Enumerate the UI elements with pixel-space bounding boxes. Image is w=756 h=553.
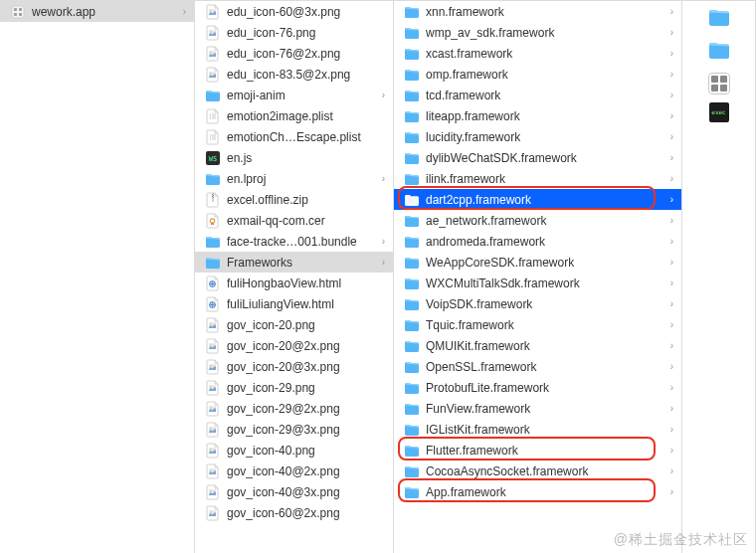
folder-icon <box>404 401 420 417</box>
file-row[interactable]: gov_icon-20@3x.png <box>195 356 393 377</box>
file-row[interactable]: Tquic.framework› <box>394 314 681 335</box>
file-name-label: fuliHongbaoView.html <box>227 276 385 290</box>
chevron-right-icon: › <box>670 173 673 184</box>
folder-icon <box>205 255 221 271</box>
file-row[interactable]: tcd.framework› <box>394 85 681 105</box>
file-name-label: Frameworks <box>227 256 376 270</box>
file-name-label: tcd.framework <box>426 89 664 102</box>
folder-icon <box>404 255 420 271</box>
column-1: wework.app› <box>0 1 195 553</box>
file-row[interactable]: gov_icon-60@2x.png <box>195 502 393 523</box>
file-row[interactable]: gov_icon-40.png <box>195 440 393 461</box>
file-name-label: gov_icon-29.png <box>227 381 385 395</box>
file-row[interactable]: VoipSDK.framework› <box>394 293 681 314</box>
preview-thumbnail[interactable]: exec <box>709 102 729 122</box>
file-row[interactable]: xnn.framework› <box>394 1 681 22</box>
file-row[interactable]: gov_icon-29.png <box>195 377 393 398</box>
file-name-label: edu_icon-76.png <box>227 26 385 40</box>
chevron-right-icon: › <box>382 173 385 184</box>
file-row[interactable]: en.lproj› <box>195 168 393 189</box>
folder-icon <box>404 192 420 208</box>
file-row[interactable]: WeAppCoreSDK.framework› <box>394 252 681 273</box>
folder-icon <box>404 150 420 166</box>
folder-icon <box>404 108 420 124</box>
png-icon <box>205 359 221 375</box>
file-row[interactable]: edu_icon-76.png <box>195 22 393 43</box>
file-row[interactable]: gov_icon-40@3x.png <box>195 481 393 502</box>
file-name-label: xnn.framework <box>426 5 664 19</box>
file-row[interactable]: Frameworks› <box>195 252 393 273</box>
file-row[interactable]: QMUIKit.framework› <box>394 335 681 356</box>
file-row[interactable]: edu_icon-83.5@2x.png <box>195 64 393 85</box>
file-row[interactable]: gov_icon-20@2x.png <box>195 335 393 356</box>
file-name-label: excel.offline.zip <box>227 193 385 207</box>
preview-thumbnail[interactable] <box>708 73 730 94</box>
chevron-right-icon: › <box>670 361 673 372</box>
file-name-label: dylibWeChatSDK.framework <box>426 151 664 165</box>
file-row[interactable]: ProtobufLite.framework› <box>394 377 681 398</box>
file-row[interactable]: ae_network.framework› <box>394 210 681 231</box>
file-row[interactable]: CocoaAsyncSocket.framework› <box>394 461 681 481</box>
folder-icon <box>404 25 420 41</box>
file-row[interactable]: gov_icon-40@2x.png <box>195 461 393 481</box>
zip-icon <box>205 192 221 208</box>
file-name-label: ae_network.framework <box>426 214 664 228</box>
file-row[interactable]: dylibWeChatSDK.framework› <box>394 147 681 168</box>
file-name-label: ilink.framework <box>426 172 664 186</box>
file-name-label: VoipSDK.framework <box>426 297 664 311</box>
file-name-label: en.lproj <box>227 172 376 186</box>
file-row[interactable]: Flutter.framework› <box>394 440 681 461</box>
folder-icon <box>404 296 420 312</box>
chevron-right-icon: › <box>183 6 186 17</box>
file-row[interactable]: face-tracke…001.bundle› <box>195 231 393 252</box>
file-row[interactable]: fuliLiuliangView.html <box>195 293 393 314</box>
png-icon <box>205 46 221 62</box>
file-row[interactable]: IGListKit.framework› <box>394 419 681 440</box>
file-row[interactable]: gov_icon-29@2x.png <box>195 398 393 419</box>
file-row[interactable]: exmail-qq-com.cer <box>195 210 393 231</box>
chevron-right-icon: › <box>670 152 673 163</box>
file-row[interactable]: FunView.framework› <box>394 398 681 419</box>
file-row[interactable]: xcast.framework› <box>394 43 681 64</box>
file-row[interactable]: emotion2image.plist <box>195 105 393 126</box>
chevron-right-icon: › <box>670 424 673 435</box>
file-row[interactable]: gov_icon-29@3x.png <box>195 419 393 440</box>
file-name-label: Flutter.framework <box>426 444 664 458</box>
folder-icon <box>404 129 420 145</box>
file-row[interactable]: ilink.framework› <box>394 168 681 189</box>
cer-icon <box>205 213 221 229</box>
file-row[interactable]: en.js <box>195 147 393 168</box>
file-name-label: gov_icon-60@2x.png <box>227 506 385 520</box>
preview-thumbnail[interactable] <box>708 40 730 65</box>
chevron-right-icon: › <box>670 194 673 205</box>
chevron-right-icon: › <box>670 257 673 268</box>
file-row[interactable]: emotionCh…Escape.plist <box>195 126 393 147</box>
file-row[interactable]: andromeda.framework› <box>394 231 681 252</box>
file-row[interactable]: lucidity.framework› <box>394 126 681 147</box>
file-row[interactable]: WXCMultiTalkSdk.framework› <box>394 273 681 293</box>
column-4-preview: exec <box>682 1 756 553</box>
chevron-right-icon: › <box>670 110 673 121</box>
file-row[interactable]: edu_icon-76@2x.png <box>195 43 393 64</box>
file-row[interactable]: fuliHongbaoView.html <box>195 273 393 293</box>
file-row[interactable]: App.framework› <box>394 481 681 502</box>
file-row[interactable]: liteapp.framework› <box>394 105 681 126</box>
file-row[interactable]: emoji-anim› <box>195 85 393 105</box>
file-row[interactable]: dart2cpp.framework› <box>394 189 681 210</box>
file-row[interactable]: wmp_av_sdk.framework› <box>394 22 681 43</box>
folder-icon <box>205 234 221 250</box>
column-3: xnn.framework›wmp_av_sdk.framework›xcast… <box>394 1 682 553</box>
file-row[interactable]: OpenSSL.framework› <box>394 356 681 377</box>
folder-icon <box>404 317 420 333</box>
file-row[interactable]: edu_icon-60@3x.png <box>195 1 393 22</box>
png-icon <box>205 505 221 521</box>
file-name-label: dart2cpp.framework <box>426 193 664 207</box>
file-row[interactable]: gov_icon-20.png <box>195 314 393 335</box>
file-row[interactable]: excel.offline.zip <box>195 189 393 210</box>
preview-thumbnail[interactable] <box>708 7 730 32</box>
file-name-label: WXCMultiTalkSdk.framework <box>426 276 664 290</box>
file-row[interactable]: omp.framework› <box>394 64 681 85</box>
file-name-label: IGListKit.framework <box>426 423 664 437</box>
file-name-label: gov_icon-29@3x.png <box>227 423 385 437</box>
file-row[interactable]: wework.app› <box>0 1 194 22</box>
